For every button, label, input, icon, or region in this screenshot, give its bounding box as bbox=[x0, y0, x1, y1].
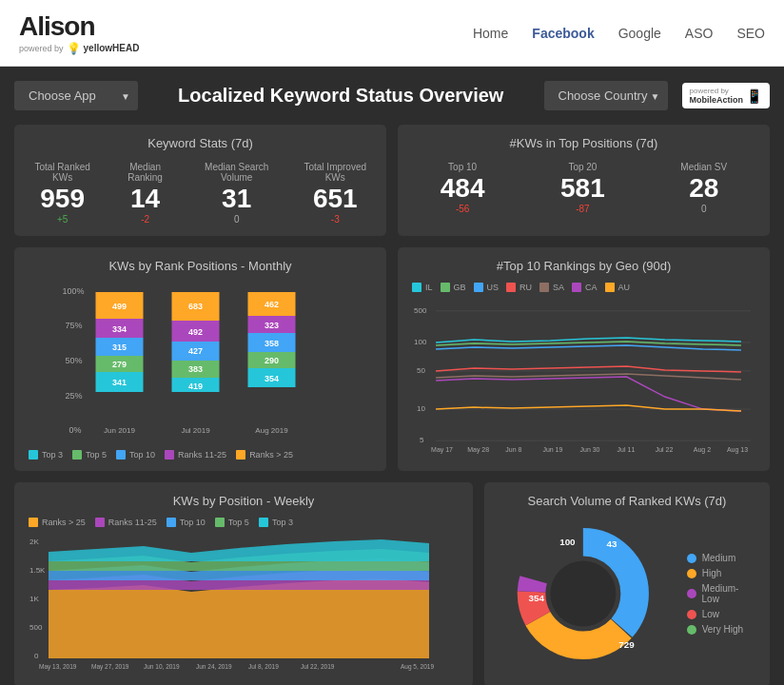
svg-text:Aug 2019: Aug 2019 bbox=[255, 426, 288, 435]
svg-text:Jun 30: Jun 30 bbox=[579, 446, 599, 453]
svg-text:427: 427 bbox=[188, 346, 203, 356]
donut-label-veryhigh: Very High bbox=[702, 624, 743, 635]
weekly-chart-panel: KWs by Position - Weekly Ranks > 25 Rank… bbox=[14, 482, 473, 685]
legend-dot-top3 bbox=[29, 450, 38, 460]
svg-text:10: 10 bbox=[417, 404, 425, 413]
donut-legend-medium: Medium bbox=[687, 553, 755, 563]
top10-stat: Top 10 484 -56 bbox=[441, 162, 485, 214]
legend-gb: GB bbox=[441, 283, 466, 292]
svg-text:50%: 50% bbox=[66, 356, 83, 365]
donut-label-medium: Medium bbox=[702, 553, 736, 563]
svg-text:1K: 1K bbox=[29, 595, 39, 603]
legend-us: US bbox=[474, 283, 500, 292]
median-sv-label: Median SV bbox=[680, 162, 727, 172]
page-title: Localized Keyword Status Overview bbox=[152, 85, 530, 107]
svg-text:Jun 2019: Jun 2019 bbox=[104, 426, 135, 435]
svg-text:341: 341 bbox=[112, 378, 127, 387]
legend-label-weekly-top3: Top 3 bbox=[272, 518, 293, 527]
legend-label-ranks25: Ranks > 25 bbox=[249, 450, 293, 460]
svg-text:Jul 11: Jul 11 bbox=[617, 446, 636, 453]
svg-text:May 13, 2019: May 13, 2019 bbox=[39, 663, 77, 671]
bulb-icon: 💡 bbox=[67, 42, 81, 55]
donut-legend-low: Low bbox=[687, 609, 755, 619]
donut-label-mediumlow: Medium-Low bbox=[702, 583, 755, 604]
top20-stat: Top 20 581 -87 bbox=[560, 162, 605, 214]
header: Alison powered by 💡 yellowHEAD Home Face… bbox=[0, 0, 784, 67]
keyword-stats-title: Keyword Stats (7d) bbox=[29, 136, 372, 150]
svg-text:334: 334 bbox=[112, 324, 127, 334]
total-ranked-kws: Total Ranked KWs 959 +5 bbox=[29, 162, 96, 225]
donut-container: 43 100 354 729 Medium High bbox=[499, 518, 755, 670]
logo-subtitle: powered by 💡 yellowHEAD bbox=[19, 42, 139, 55]
nav-facebook[interactable]: Facebook bbox=[532, 26, 594, 41]
logo-title: Alison bbox=[19, 11, 139, 42]
nav-home[interactable]: Home bbox=[473, 26, 508, 41]
top10-label: Top 10 bbox=[441, 162, 485, 172]
svg-text:499: 499 bbox=[112, 302, 127, 311]
choose-app-wrapper: Choose App bbox=[14, 81, 138, 110]
legend-dot-ca bbox=[572, 283, 581, 292]
donut-dot-veryhigh bbox=[687, 625, 696, 635]
legend-sa: SA bbox=[539, 283, 564, 292]
line-chart-panel: #Top 10 Rankings by Geo (90d) IL GB US R… bbox=[398, 247, 770, 471]
median-search-change: 0 bbox=[194, 214, 280, 225]
mobile-action-badge: powered by MobileAction 📱 bbox=[682, 83, 771, 108]
svg-text:0: 0 bbox=[34, 652, 39, 660]
donut-chart-title: Search Volume of Ranked KWs (7d) bbox=[499, 494, 755, 508]
svg-text:2K: 2K bbox=[29, 538, 39, 546]
svg-text:Jul 22: Jul 22 bbox=[656, 446, 674, 453]
legend-dot-ranks25 bbox=[236, 450, 245, 460]
svg-text:Aug 13: Aug 13 bbox=[727, 446, 748, 454]
legend-dot-top10 bbox=[116, 450, 126, 460]
svg-text:1.5K: 1.5K bbox=[29, 566, 46, 575]
legend-ranks25: Ranks > 25 bbox=[236, 450, 293, 460]
top10-value: 484 bbox=[441, 175, 485, 202]
svg-text:Jul 8, 2019: Jul 8, 2019 bbox=[248, 663, 279, 670]
legend-label-weekly-ranks25: Ranks > 25 bbox=[42, 518, 86, 527]
legend-label-gb: GB bbox=[454, 283, 466, 292]
svg-text:Jun 19: Jun 19 bbox=[542, 446, 562, 453]
donut-legend: Medium High Medium-Low Low bbox=[687, 553, 755, 635]
legend-dot-top5 bbox=[72, 450, 82, 460]
choose-app-select[interactable]: Choose App bbox=[14, 81, 138, 110]
svg-text:75%: 75% bbox=[66, 321, 83, 330]
legend-dot-gb bbox=[441, 283, 450, 292]
median-search-label: Median Search Volume bbox=[194, 162, 280, 183]
legend-label-sa: SA bbox=[553, 283, 564, 292]
legend-top5: Top 5 bbox=[72, 450, 107, 460]
svg-text:100: 100 bbox=[414, 338, 427, 346]
legend-il: IL bbox=[412, 283, 433, 292]
svg-text:683: 683 bbox=[188, 302, 203, 311]
bottom-row: KWs by Position - Weekly Ranks > 25 Rank… bbox=[14, 482, 770, 685]
total-ranked-change: +5 bbox=[29, 214, 96, 225]
svg-text:500: 500 bbox=[29, 623, 43, 632]
median-sv-change: 0 bbox=[680, 204, 727, 214]
svg-text:May 17: May 17 bbox=[431, 446, 453, 454]
svg-text:492: 492 bbox=[188, 327, 203, 337]
kw-positions-panel: #KWs in Top Positions (7d) Top 10 484 -5… bbox=[398, 125, 770, 236]
choose-country-select[interactable]: Choose Country bbox=[544, 81, 668, 110]
svg-text:Jul 22, 2019: Jul 22, 2019 bbox=[301, 663, 335, 670]
line-chart-title: #Top 10 Rankings by Geo (90d) bbox=[412, 259, 755, 273]
legend-label-weekly-top10: Top 10 bbox=[180, 518, 206, 527]
median-sv-value: 28 bbox=[680, 175, 727, 202]
legend-dot-il bbox=[412, 283, 421, 292]
donut-legend-mediumlow: Medium-Low bbox=[687, 583, 755, 604]
svg-text:43: 43 bbox=[607, 538, 617, 549]
mobile-action-powered: powered by bbox=[690, 87, 744, 95]
total-improved-label: Total Improved KWs bbox=[298, 162, 372, 183]
legend-dot-us bbox=[474, 283, 483, 292]
top10-change: -56 bbox=[441, 204, 485, 214]
nav-aso[interactable]: ASO bbox=[685, 26, 714, 41]
bar-chart-legend: Top 3 Top 5 Top 10 Ranks 11-25 Ranks > 2… bbox=[29, 450, 372, 460]
svg-text:419: 419 bbox=[188, 382, 203, 391]
legend-dot-weekly-top10 bbox=[167, 518, 176, 527]
legend-label-au: AU bbox=[618, 283, 631, 292]
nav-seo[interactable]: SEO bbox=[736, 26, 765, 41]
svg-text:500: 500 bbox=[414, 306, 427, 315]
legend-dot-weekly-top3 bbox=[259, 518, 268, 527]
donut-dot-mediumlow bbox=[687, 589, 696, 598]
nav-google[interactable]: Google bbox=[618, 26, 661, 41]
legend-top10: Top 10 bbox=[116, 450, 155, 460]
legend-label-top3: Top 3 bbox=[42, 450, 63, 460]
